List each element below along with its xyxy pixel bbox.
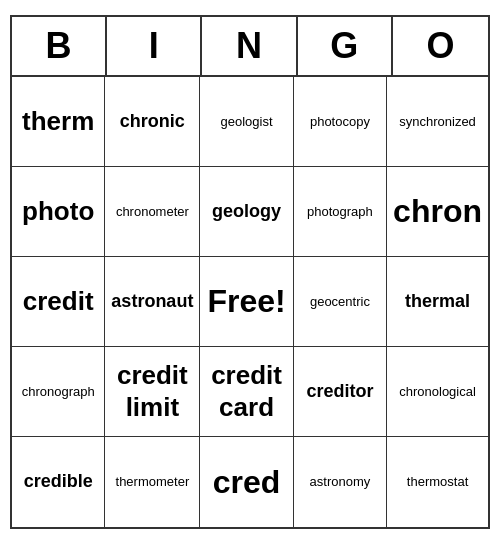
cell-text: chronograph xyxy=(22,384,95,400)
bingo-cell: thermometer xyxy=(105,437,200,527)
bingo-cell: photo xyxy=(12,167,105,257)
cell-text: credit xyxy=(23,286,94,317)
cell-text: thermometer xyxy=(116,474,190,490)
bingo-cell: astronomy xyxy=(294,437,387,527)
cell-text: photograph xyxy=(307,204,373,220)
cell-text: thermal xyxy=(405,291,470,313)
cell-text: photo xyxy=(22,196,94,227)
cell-text: chronometer xyxy=(116,204,189,220)
bingo-cell: credit xyxy=(12,257,105,347)
bingo-cell: thermal xyxy=(387,257,488,347)
bingo-cell: photocopy xyxy=(294,77,387,167)
cell-text: chron xyxy=(393,192,482,230)
header-letter: B xyxy=(12,17,107,75)
header-letter: N xyxy=(202,17,297,75)
bingo-cell: creditor xyxy=(294,347,387,437)
bingo-cell: geology xyxy=(200,167,293,257)
bingo-cell: chron xyxy=(387,167,488,257)
cell-text: chronic xyxy=(120,111,185,133)
cell-text: creditor xyxy=(306,381,373,403)
bingo-cell: credit limit xyxy=(105,347,200,437)
cell-text: cred xyxy=(213,463,281,501)
bingo-cell: cred xyxy=(200,437,293,527)
cell-text: astronaut xyxy=(111,291,193,313)
cell-text: credible xyxy=(24,471,93,493)
cell-text: geology xyxy=(212,201,281,223)
bingo-cell: chronic xyxy=(105,77,200,167)
cell-text: chronological xyxy=(399,384,476,400)
header-letter: O xyxy=(393,17,488,75)
bingo-cell: therm xyxy=(12,77,105,167)
bingo-cell: credit card xyxy=(200,347,293,437)
bingo-cell: chronological xyxy=(387,347,488,437)
bingo-cell: chronograph xyxy=(12,347,105,437)
bingo-header: BINGO xyxy=(12,17,488,77)
cell-text: credit limit xyxy=(111,360,193,422)
bingo-grid: thermchronicgeologistphotocopysynchroniz… xyxy=(12,77,488,527)
bingo-cell: chronometer xyxy=(105,167,200,257)
bingo-cell: geologist xyxy=(200,77,293,167)
cell-text: credit card xyxy=(206,360,286,422)
cell-text: thermostat xyxy=(407,474,468,490)
bingo-cell: Free! xyxy=(200,257,293,347)
bingo-cell: photograph xyxy=(294,167,387,257)
cell-text: astronomy xyxy=(310,474,371,490)
header-letter: I xyxy=(107,17,202,75)
bingo-cell: astronaut xyxy=(105,257,200,347)
cell-text: photocopy xyxy=(310,114,370,130)
bingo-card: BINGO thermchronicgeologistphotocopysync… xyxy=(10,15,490,529)
cell-text: geologist xyxy=(221,114,273,130)
bingo-cell: thermostat xyxy=(387,437,488,527)
bingo-cell: credible xyxy=(12,437,105,527)
bingo-cell: synchronized xyxy=(387,77,488,167)
cell-text: therm xyxy=(22,106,94,137)
cell-text: Free! xyxy=(207,282,285,320)
header-letter: G xyxy=(298,17,393,75)
cell-text: geocentric xyxy=(310,294,370,310)
bingo-cell: geocentric xyxy=(294,257,387,347)
cell-text: synchronized xyxy=(399,114,476,130)
